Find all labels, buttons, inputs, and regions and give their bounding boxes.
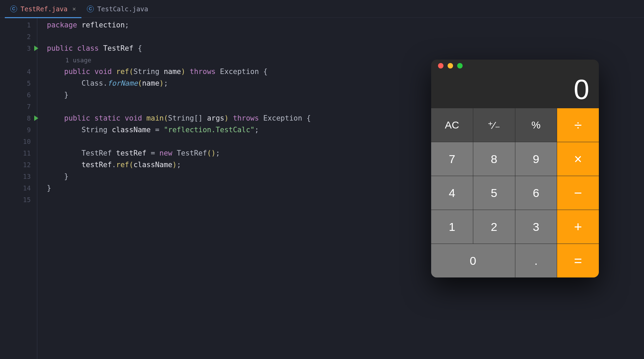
calc-9-button[interactable]: 9	[515, 142, 557, 176]
calculator-keypad: AC ⁺∕₋ % ÷ 7 8 9 × 4 5 6 − 1 2 3 + 0 . =	[431, 108, 599, 277]
class-file-icon: C	[10, 5, 17, 12]
gutter: 1 2 3 4 5 6 7 8 9 10 11 12 13 14 15	[0, 18, 37, 359]
tab-testref[interactable]: C TestRef.java ×	[5, 0, 81, 18]
calc-decimal-button[interactable]: .	[515, 244, 557, 277]
calc-0-button[interactable]: 0	[431, 244, 515, 277]
line-number[interactable]: 3	[0, 42, 37, 54]
calc-add-button[interactable]: +	[557, 210, 599, 244]
calc-equals-button[interactable]: =	[557, 244, 599, 277]
class-file-icon: C	[87, 5, 94, 12]
calc-divide-button[interactable]: ÷	[557, 108, 599, 142]
line-number: 9	[0, 124, 37, 136]
tab-label: TestCalc.java	[97, 5, 148, 13]
calc-3-button[interactable]: 3	[515, 210, 557, 244]
line-number: 11	[0, 147, 37, 159]
calc-multiply-button[interactable]: ×	[557, 142, 599, 176]
calc-4-button[interactable]: 4	[431, 176, 473, 210]
calc-subtract-button[interactable]: −	[557, 176, 599, 210]
calc-clear-button[interactable]: AC	[431, 108, 473, 142]
minimize-window-icon[interactable]	[448, 63, 453, 69]
line-number: 6	[0, 89, 37, 101]
line-number: 5	[0, 77, 37, 89]
tabs-bar: C TestRef.java × C TestCalc.java	[0, 0, 644, 18]
line-number: 10	[0, 136, 37, 147]
calculator-display: 0	[431, 72, 599, 108]
run-icon[interactable]	[34, 46, 38, 51]
line-number: 15	[0, 194, 37, 206]
code-line: package reflection;	[47, 19, 644, 31]
calc-7-button[interactable]: 7	[431, 142, 473, 176]
calculator-titlebar[interactable]	[431, 60, 599, 72]
calc-8-button[interactable]: 8	[473, 142, 515, 176]
line-number: 1	[0, 19, 37, 31]
calc-2-button[interactable]: 2	[473, 210, 515, 244]
line-number: 4	[0, 66, 37, 77]
maximize-window-icon[interactable]	[457, 63, 463, 69]
run-icon[interactable]	[34, 115, 38, 121]
calc-6-button[interactable]: 6	[515, 176, 557, 210]
line-number: 13	[0, 171, 37, 182]
close-window-icon[interactable]	[438, 63, 443, 69]
line-number: 14	[0, 182, 37, 194]
hint-gutter	[0, 54, 37, 66]
calculator-window[interactable]: 0 AC ⁺∕₋ % ÷ 7 8 9 × 4 5 6 − 1 2 3 + 0 .…	[431, 60, 599, 277]
line-number[interactable]: 8	[0, 112, 37, 124]
code-line: public class TestRef {	[47, 42, 644, 54]
calc-sign-button[interactable]: ⁺∕₋	[473, 108, 515, 142]
tab-label: TestRef.java	[21, 5, 67, 13]
calc-1-button[interactable]: 1	[431, 210, 473, 244]
tab-testcalc[interactable]: C TestCalc.java	[81, 0, 154, 18]
line-number: 7	[0, 101, 37, 112]
calc-percent-button[interactable]: %	[515, 108, 557, 142]
close-icon[interactable]: ×	[72, 5, 76, 12]
line-number: 12	[0, 159, 37, 171]
line-number: 2	[0, 31, 37, 42]
calc-5-button[interactable]: 5	[473, 176, 515, 210]
code-line	[47, 31, 644, 42]
